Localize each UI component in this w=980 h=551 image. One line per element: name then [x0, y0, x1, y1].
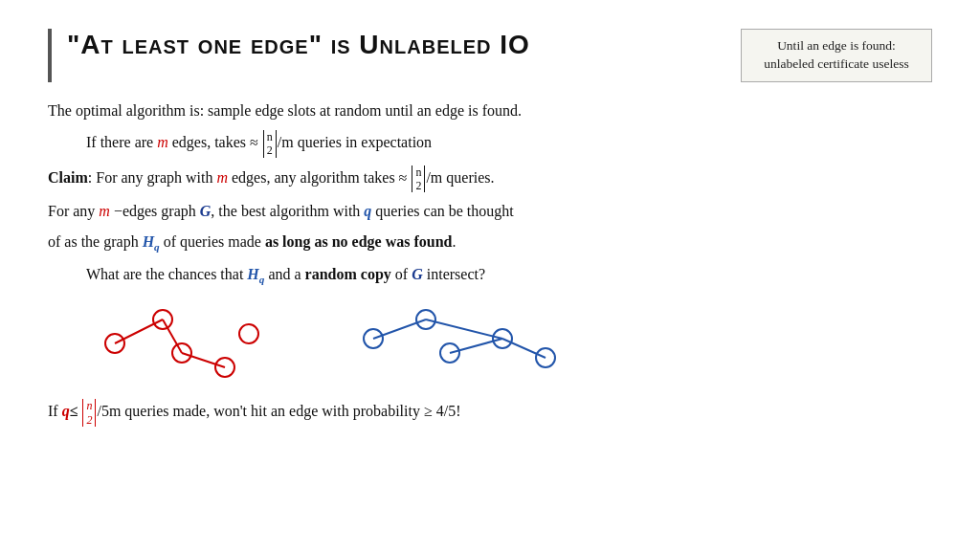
- line1: The optimal algorithm is: sample edge sl…: [48, 99, 932, 122]
- line3-suffix: /m queries.: [426, 169, 494, 186]
- line4-prefix: For any: [48, 203, 99, 219]
- line6-Hq: Hq: [247, 266, 264, 282]
- graph-red: [86, 296, 278, 391]
- line1-text: The optimal algorithm is: sample edge sl…: [48, 102, 522, 119]
- line5: of as the graph Hq of queries made as lo…: [48, 231, 932, 255]
- binom1-bot: 2: [267, 143, 273, 157]
- line2-suffix: /m queries in expectation: [278, 134, 432, 150]
- svg-line-16: [502, 339, 546, 358]
- line6: What are the chances that Hq and a rando…: [86, 263, 932, 288]
- line6-bold: random copy: [305, 266, 391, 282]
- line6-G: G: [412, 266, 423, 282]
- line5-bold: as long as no edge was found: [265, 233, 453, 250]
- line3: Claim: For any graph with m edges, any a…: [48, 165, 932, 193]
- line4-G: G: [200, 203, 212, 219]
- line3-text: : For any graph with: [88, 169, 217, 186]
- title-main: "At least one edge" is Unlabeled IO: [67, 30, 530, 59]
- binom2-top: n: [415, 165, 421, 179]
- callout-line2: unlabeled certificate useless: [764, 56, 908, 71]
- svg-line-15: [450, 339, 502, 353]
- binom3-top: n: [86, 399, 92, 412]
- bottom-leq: ≤: [70, 403, 82, 419]
- line4-text2: queries can be thought: [371, 203, 513, 219]
- line4-m: m: [99, 203, 110, 219]
- line2-m: m: [157, 134, 168, 150]
- content-area: The optimal algorithm is: sample edge sl…: [48, 99, 932, 427]
- binom3-bot: 2: [86, 413, 92, 427]
- svg-line-6: [163, 320, 182, 353]
- line5-suffix: .: [452, 233, 456, 250]
- slide-title: "At least one edge" is Unlabeled IO: [67, 29, 722, 61]
- line6-mid: and a: [264, 266, 304, 282]
- line2-mid: edges, takes ≈: [168, 134, 262, 150]
- bottom-suffix: /5m queries made, won't hit an edge with…: [97, 403, 460, 419]
- title-area: "At least one edge" is Unlabeled IO Unti…: [48, 29, 932, 82]
- svg-line-13: [373, 320, 426, 339]
- claim-label: Claim: [48, 169, 88, 186]
- graphs-area: [86, 296, 932, 391]
- bottom-q: q: [62, 403, 70, 419]
- svg-point-4: [239, 324, 258, 343]
- line3-m: m: [216, 169, 228, 186]
- binom1-top: n: [267, 130, 273, 143]
- slide: "At least one edge" is Unlabeled IO Unti…: [0, 0, 980, 551]
- line3-mid: edges, any algorithm takes ≈: [228, 169, 411, 186]
- line6-suffix: intersect?: [423, 266, 485, 282]
- line4: For any m −edges graph G, the best algor…: [48, 200, 932, 223]
- callout-line1: Until an edge is found:: [777, 38, 896, 53]
- binom3: n2: [82, 399, 96, 427]
- svg-line-14: [426, 320, 502, 339]
- svg-line-5: [115, 320, 163, 343]
- line6-prefix: What are the chances that: [86, 266, 247, 282]
- bottom-line: If q≤ n2/5m queries made, won't hit an e…: [48, 399, 932, 427]
- line4-text: , the best algorithm with: [211, 203, 364, 219]
- graph-blue: [354, 296, 565, 391]
- line6-text: of: [391, 266, 412, 282]
- binom2: n2: [412, 165, 425, 193]
- line5-text: of queries made: [160, 233, 265, 250]
- line2-prefix: If there are: [86, 134, 157, 150]
- line5-prefix: of as the graph: [48, 233, 143, 250]
- callout-box: Until an edge is found: unlabeled certif…: [741, 29, 932, 82]
- line5-Hq: Hq: [143, 233, 160, 250]
- line2: If there are m edges, takes ≈ n2/m queri…: [86, 130, 932, 158]
- line4-mid: −edges graph: [110, 203, 200, 219]
- binom2-bot: 2: [415, 179, 421, 192]
- bottom-prefix: If: [48, 403, 62, 419]
- binom1: n2: [263, 130, 277, 158]
